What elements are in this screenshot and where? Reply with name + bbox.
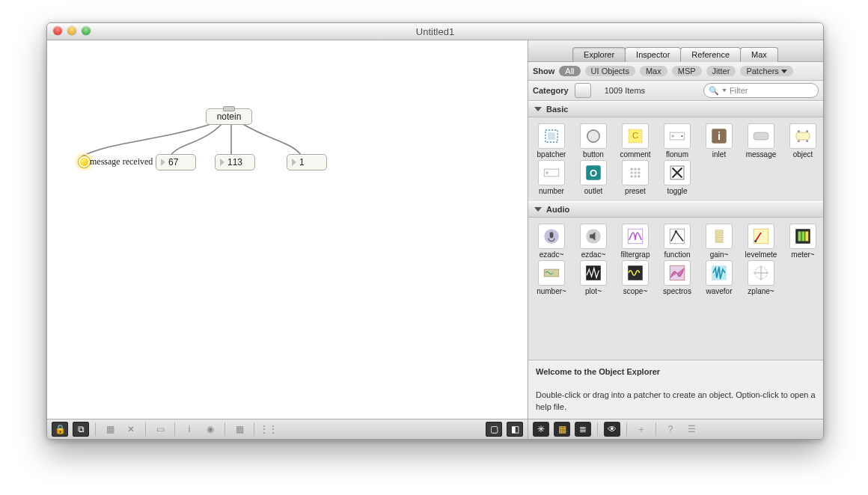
svg-point-13 — [806, 130, 808, 132]
menu-icon[interactable]: ☰ — [683, 422, 700, 437]
palette-item-inlet[interactable]: iinlet — [699, 123, 739, 159]
tab-explorer[interactable]: Explorer — [572, 47, 626, 62]
close-icon[interactable] — [53, 26, 62, 35]
filter-pill-uiobjects[interactable]: UI Objects — [585, 66, 635, 76]
function-icon — [664, 224, 691, 249]
message-received-label: message received — [90, 156, 153, 167]
svg-point-21 — [634, 168, 636, 170]
filter-pill-all[interactable]: All — [559, 66, 580, 76]
palette-item-bpatcher[interactable]: bpatcher — [531, 123, 572, 159]
spectros-icon — [664, 260, 691, 286]
lock-icon[interactable]: 🔒 — [52, 422, 68, 437]
palette-item-filtergrap[interactable]: filtergrap — [615, 224, 655, 259]
notein-object[interactable]: notein — [206, 108, 252, 125]
palette-item-button[interactable]: button — [573, 123, 614, 159]
filter-pill-max[interactable]: Max — [640, 66, 667, 76]
section-title: Audio — [546, 205, 569, 214]
button-icon — [580, 123, 607, 149]
grid-view-icon[interactable]: ▦ — [554, 422, 570, 437]
show-filter-row: Show All UI Objects Max MSP Jitter Patch… — [528, 62, 823, 81]
palette-item-metertilde[interactable]: meter~ — [783, 224, 823, 259]
new-view-icon[interactable]: ⧉ — [73, 422, 89, 437]
palette-item-levelmete[interactable]: levelmete — [741, 224, 781, 259]
filtergrap-icon — [622, 224, 649, 249]
presentation-icon[interactable]: ▦ — [102, 422, 118, 437]
split-view-icon[interactable]: ◧ — [507, 422, 523, 437]
palette-item-label: flonum — [666, 150, 688, 159]
filter-pill-patchers[interactable]: Patchers — [740, 66, 792, 76]
filter-pill-msp[interactable]: MSP — [672, 66, 702, 76]
palette-item-preset[interactable]: preset — [615, 160, 655, 195]
add-icon[interactable]: ＋ — [633, 422, 650, 437]
palette-item-flonum[interactable]: flonum — [657, 123, 697, 159]
camera-icon[interactable]: ◉ — [202, 422, 218, 437]
palette-item-label: bpatcher — [537, 150, 566, 159]
bang-icon[interactable] — [78, 156, 91, 168]
single-view-icon[interactable]: ▢ — [486, 422, 502, 437]
palette-item-number[interactable]: number — [531, 160, 572, 195]
filter-pill-jitter[interactable]: Jitter — [706, 66, 736, 76]
tab-max[interactable]: Max — [740, 47, 778, 62]
palette-item-label: meter~ — [791, 250, 814, 259]
svg-point-20 — [631, 168, 633, 170]
palette-item-function[interactable]: function — [657, 224, 697, 259]
minimize-icon[interactable] — [67, 26, 76, 35]
palette-item-outlet[interactable]: Ooutlet — [573, 160, 614, 195]
number-box-3[interactable]: 1 — [287, 154, 327, 170]
tab-reference[interactable]: Reference — [680, 47, 741, 62]
gear-icon[interactable]: ✳︎ — [533, 422, 549, 437]
scope~-icon — [622, 260, 649, 286]
info-icon[interactable]: i — [181, 422, 198, 437]
list-view-icon[interactable]: ≣ — [575, 422, 591, 437]
search-icon: 🔍 — [709, 86, 719, 96]
palette-item-wavefor[interactable]: wavefor — [699, 260, 739, 295]
palette-item-label: wavefor — [706, 287, 732, 295]
palette-item-comment[interactable]: Ccomment — [615, 123, 655, 159]
blackboard-icon[interactable]: ▭ — [152, 422, 168, 437]
sidebar-tabs: Explorer Inspector Reference Max — [528, 40, 823, 62]
section-audio-header[interactable]: Audio — [528, 201, 823, 218]
palette-item-ezadctilde[interactable]: ezadc~ — [531, 224, 572, 259]
x-icon[interactable]: ✕ — [123, 422, 139, 437]
category-dropdown[interactable] — [575, 83, 591, 98]
patcher-canvas[interactable]: notein message received 67 113 — [47, 40, 528, 419]
palette-item-toggle[interactable]: toggle — [657, 160, 697, 195]
palette-item-zplanetilde[interactable]: zplane~ — [741, 260, 781, 295]
levelmete-icon — [748, 224, 774, 249]
category-label: Category — [533, 86, 569, 95]
palette-item-scopetilde[interactable]: scope~ — [615, 260, 655, 295]
inlet-icon: i — [706, 123, 733, 149]
show-label: Show — [533, 67, 554, 76]
ezadc~-icon — [538, 224, 565, 249]
palette-item-label: function — [664, 250, 690, 259]
palette-item-spectros[interactable]: spectros — [657, 260, 697, 295]
separator — [95, 422, 96, 436]
flonum-icon — [664, 123, 691, 149]
svg-point-35 — [675, 230, 677, 233]
triangle-icon — [292, 159, 296, 166]
svg-rect-47 — [801, 232, 804, 242]
zoom-icon[interactable] — [82, 26, 91, 35]
eye-icon[interactable]: 👁 — [604, 422, 620, 437]
meter~-icon — [789, 224, 816, 249]
help-panel: Welcome to the Object Explorer Double-cl… — [528, 360, 823, 419]
svg-text:O: O — [590, 167, 597, 179]
triangle-icon — [161, 159, 165, 166]
palette-item-plottilde[interactable]: plot~ — [573, 260, 614, 295]
comment-icon: C — [622, 123, 649, 149]
palette-item-message[interactable]: message — [741, 123, 781, 159]
tab-inspector[interactable]: Inspector — [625, 47, 681, 62]
section-basic-header[interactable]: Basic — [528, 101, 823, 117]
help-icon[interactable]: ? — [662, 422, 679, 437]
number-value: 113 — [227, 156, 242, 168]
palette-item-ezdactilde[interactable]: ezdac~ — [573, 224, 614, 259]
svg-point-7 — [681, 135, 682, 137]
number-box-1[interactable]: 67 — [156, 154, 196, 170]
filter-search-input[interactable]: 🔍 Filter — [703, 83, 819, 98]
snap-icon[interactable]: ⋮⋮ — [260, 422, 277, 437]
number-box-2[interactable]: 113 — [215, 154, 255, 170]
grid-icon[interactable]: ▦ — [231, 422, 248, 437]
palette-item-gaintilde[interactable]: gain~ — [699, 224, 739, 259]
palette-item-numbertilde[interactable]: number~ — [531, 260, 572, 295]
palette-item-object[interactable]: object — [783, 123, 823, 159]
